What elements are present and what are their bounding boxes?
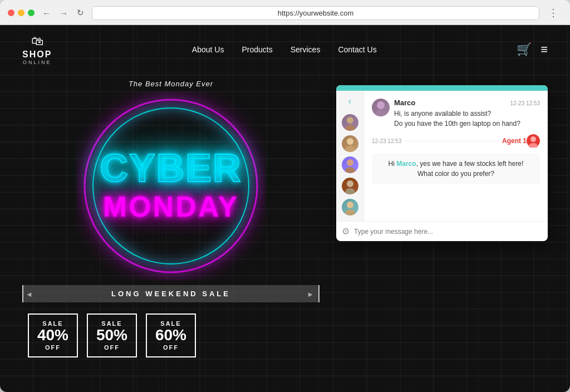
hero-left: The Best Monday Ever CYBER MONDAY LONG W xyxy=(22,80,320,357)
chat-username: Marco xyxy=(394,99,415,107)
chat-widget: ‹ xyxy=(336,85,548,241)
nav-services[interactable]: Services xyxy=(291,45,321,54)
logo-shop-text: SHOP xyxy=(22,50,52,60)
sale-percent-2: 50% xyxy=(96,327,128,344)
chat-header-bar xyxy=(336,85,548,91)
browser-window: ← → ↻ https://yourwebsite.com ⋮ 🛍 SHOP O… xyxy=(0,0,570,392)
chat-avatar-1[interactable] xyxy=(342,114,358,131)
chat-avatar-2[interactable] xyxy=(342,135,358,152)
forward-button[interactable]: → xyxy=(57,7,70,19)
divider-timestamp: 12-23 12:53 xyxy=(372,138,401,144)
svg-point-14 xyxy=(530,136,536,142)
chat-settings-button[interactable]: ⚙ xyxy=(342,226,350,237)
nav-products[interactable]: Products xyxy=(242,45,272,54)
agent-message: Hi Marco, yes we have a few stocks left … xyxy=(372,153,540,184)
agent-msg-line2: What color do you prefer? xyxy=(417,170,494,178)
agent-msg-suffix: , yes we have a few stocks left here! xyxy=(416,160,524,168)
chat-message-input[interactable] xyxy=(354,228,542,236)
svg-point-5 xyxy=(345,146,355,152)
cyber-headline: CYBER xyxy=(87,149,254,188)
divider-line xyxy=(405,141,499,141)
site-logo[interactable]: 🛍 SHOP ONLINE xyxy=(22,34,52,65)
user-msg-line2: Do you have the 10th gen laptop on hand? xyxy=(394,120,520,128)
minimize-button[interactable] xyxy=(18,9,24,16)
refresh-button[interactable]: ↻ xyxy=(75,7,86,19)
chat-body: ‹ xyxy=(336,91,548,221)
svg-point-15 xyxy=(529,143,538,148)
browser-chrome: ← → ↻ https://yourwebsite.com ⋮ xyxy=(0,0,570,25)
svg-point-10 xyxy=(347,202,353,208)
sale-box-60: SALE 60% OFF xyxy=(146,313,196,357)
chat-sidebar: ‹ xyxy=(336,91,364,221)
svg-point-7 xyxy=(345,167,355,173)
chat-avatar-5[interactable] xyxy=(342,199,358,215)
sale-percent-1: 40% xyxy=(37,327,69,344)
maximize-button[interactable] xyxy=(28,9,35,16)
chat-avatar-4[interactable] xyxy=(342,178,358,194)
svg-point-11 xyxy=(345,209,355,215)
user-message-header: Marco 12-23 12:53 xyxy=(394,99,540,107)
monday-headline: MONDAY xyxy=(87,190,254,223)
user-message-content: Marco 12-23 12:53 Hi, is anyone availabl… xyxy=(394,99,540,129)
chat-avatar-3[interactable] xyxy=(342,156,358,173)
user-msg-line1: Hi, is anyone available to assist? xyxy=(394,110,491,117)
website-content: 🛍 SHOP ONLINE About Us Products Services… xyxy=(0,25,570,392)
logo-online-text: ONLINE xyxy=(23,60,52,65)
svg-point-3 xyxy=(345,125,355,131)
nav-contact[interactable]: Contact Us xyxy=(338,45,376,54)
sale-off-2: OFF xyxy=(96,344,128,351)
sale-off-3: OFF xyxy=(155,344,187,351)
sale-box-50: SALE 50% OFF xyxy=(87,313,137,357)
chat-divider: 12-23 12:53 Agent 1 xyxy=(372,134,540,148)
svg-point-9 xyxy=(345,188,355,194)
logo-icon: 🛍 xyxy=(31,34,43,48)
traffic-lights xyxy=(8,9,35,16)
hero-section: The Best Monday Ever CYBER MONDAY LONG W xyxy=(0,74,570,363)
svg-point-2 xyxy=(347,117,353,124)
sale-percent-3: 60% xyxy=(155,327,187,344)
nav-about[interactable]: About Us xyxy=(192,45,224,54)
svg-point-6 xyxy=(347,159,353,166)
agent-label-divider: Agent 1 xyxy=(502,137,527,145)
site-navigation: 🛍 SHOP ONLINE About Us Products Services… xyxy=(0,25,570,74)
svg-point-8 xyxy=(347,180,353,187)
user-timestamp: 12-23 12:53 xyxy=(510,100,540,106)
svg-point-4 xyxy=(347,138,353,145)
close-button[interactable] xyxy=(8,9,14,16)
sale-box-40: SALE 40% OFF xyxy=(28,313,78,357)
neon-circle: CYBER MONDAY xyxy=(76,91,266,281)
agent-message-text: Hi Marco, yes we have a few stocks left … xyxy=(379,159,533,179)
chat-input-area: ⚙ xyxy=(336,221,548,241)
browser-nav-buttons: ← → ↻ xyxy=(40,7,86,19)
chat-back-button[interactable]: ‹ xyxy=(348,96,351,106)
svg-point-13 xyxy=(375,110,386,116)
nav-links: About Us Products Services Contact Us xyxy=(192,45,377,54)
agent-msg-highlight: Marco xyxy=(396,160,416,168)
back-button[interactable]: ← xyxy=(40,7,53,19)
agent-msg-prefix: Hi xyxy=(389,160,397,168)
nav-icons: 🛒 ≡ xyxy=(517,42,548,57)
agent-avatar-small xyxy=(527,134,540,148)
user-message: Marco 12-23 12:53 Hi, is anyone availabl… xyxy=(372,99,540,129)
hero-subtitle: The Best Monday Ever xyxy=(22,80,320,88)
sale-off-1: OFF xyxy=(37,344,69,351)
browser-menu-icon[interactable]: ⋮ xyxy=(545,6,562,20)
hamburger-menu-icon[interactable]: ≡ xyxy=(540,42,548,57)
svg-point-12 xyxy=(377,101,385,109)
cyber-text-container: CYBER MONDAY xyxy=(87,149,254,223)
user-avatar xyxy=(372,99,390,116)
chat-main: Marco 12-23 12:53 Hi, is anyone availabl… xyxy=(364,91,548,221)
user-message-text: Hi, is anyone available to assist? Do yo… xyxy=(394,109,540,129)
sale-boxes: SALE 40% OFF SALE 50% OFF SALE 60% OFF xyxy=(22,313,320,357)
cart-icon[interactable]: 🛒 xyxy=(517,42,532,57)
long-weekend-banner: LONG WEEKEND SALE xyxy=(22,285,320,302)
url-bar[interactable]: https://yourwebsite.com xyxy=(92,6,539,20)
